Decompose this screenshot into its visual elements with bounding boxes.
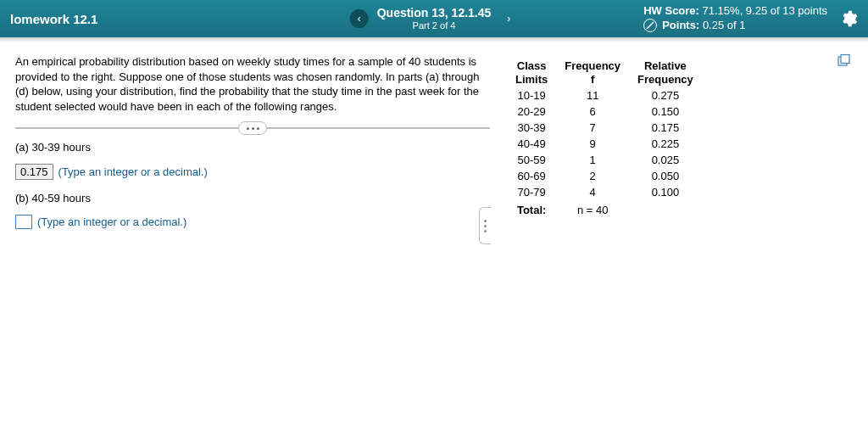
question-part: Part 2 of 4 bbox=[377, 20, 492, 31]
question-identifier: Question 13, 12.1.45 Part 2 of 4 bbox=[377, 6, 492, 31]
expand-handle[interactable] bbox=[479, 207, 491, 244]
gear-icon[interactable] bbox=[839, 9, 858, 28]
frequency-table: ClassLimits Frequencyf RelativeFrequency… bbox=[507, 58, 702, 218]
svg-line-0 bbox=[647, 22, 654, 29]
table-total-row: Total:n = 40 bbox=[507, 200, 702, 218]
table-row: 20-2960.150 bbox=[507, 104, 702, 120]
svg-rect-2 bbox=[841, 55, 849, 64]
table-row: 10-19110.275 bbox=[507, 87, 702, 104]
question-nav: ‹ Question 13, 12.1.45 Part 2 of 4 › bbox=[350, 6, 519, 31]
question-number: Question 13, 12.1.45 bbox=[377, 6, 492, 20]
prev-question-button[interactable]: ‹ bbox=[350, 9, 369, 28]
part-a-answer-row: 0.175 (Type an integer or a decimal.) bbox=[15, 164, 490, 180]
part-b-answer-row: (Type an integer or a decimal.) bbox=[15, 215, 490, 229]
table-row: 30-3970.175 bbox=[507, 120, 702, 136]
part-a-hint: (Type an integer or a decimal.) bbox=[58, 165, 208, 178]
more-options-button[interactable] bbox=[238, 121, 267, 135]
table-row: 50-5910.025 bbox=[507, 152, 702, 168]
th-class-limits: ClassLimits bbox=[507, 58, 556, 87]
content-area: An empirical probability distribution ba… bbox=[0, 42, 868, 249]
table-row: 70-7940.100 bbox=[507, 184, 702, 200]
left-pane: An empirical probability distribution ba… bbox=[15, 54, 490, 241]
points-score: Points: 0.25 of 1 bbox=[643, 19, 827, 33]
part-a-label: (a) 30-39 hours bbox=[15, 141, 490, 154]
th-relative-frequency: RelativeFrequency bbox=[629, 58, 702, 87]
score-block: HW Score: 71.15%, 9.25 of 13 points Poin… bbox=[643, 4, 858, 33]
part-b-input[interactable] bbox=[15, 215, 32, 229]
problem-statement: An empirical probability distribution ba… bbox=[15, 54, 490, 114]
right-pane: ClassLimits Frequencyf RelativeFrequency… bbox=[507, 54, 853, 241]
hw-score: HW Score: 71.15%, 9.25 of 13 points bbox=[643, 4, 827, 19]
part-a-answer: 0.175 bbox=[15, 164, 53, 180]
homework-title: lomework 12.1 bbox=[10, 12, 97, 26]
th-frequency: Frequencyf bbox=[556, 58, 629, 87]
partial-credit-icon bbox=[643, 19, 657, 32]
part-b-label: (b) 40-59 hours bbox=[15, 192, 490, 204]
section-divider bbox=[15, 127, 490, 129]
copy-table-icon[interactable] bbox=[837, 54, 851, 66]
table-row: 60-6920.050 bbox=[507, 168, 702, 184]
part-b-hint: (Type an integer or a decimal.) bbox=[37, 216, 186, 228]
next-question-button[interactable]: › bbox=[499, 9, 518, 28]
table-row: 40-4990.225 bbox=[507, 136, 702, 152]
question-header: lomework 12.1 ‹ Question 13, 12.1.45 Par… bbox=[0, 0, 868, 37]
